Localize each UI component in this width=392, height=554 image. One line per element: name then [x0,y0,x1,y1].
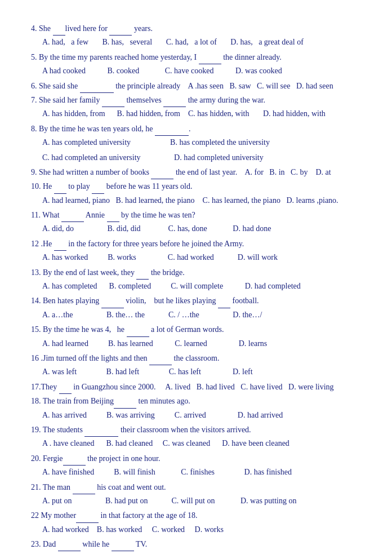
q22-options: A. had worked B. has worked C. worked D.… [42,524,361,536]
q20-options: A. have finished B. will finish C. finis… [42,466,361,478]
q23-options-1: A .fell asleep…watch B. was falling asle… [42,552,361,554]
question-10: 10. He to play before he was 11 years ol… [31,180,361,207]
q13-text: 13. By the end of last week, they the br… [31,267,361,280]
q8-options-1: A. has completed university B. has compl… [42,136,361,149]
q15-text: 15. By the time he was 4, he a lot of Ge… [31,323,361,336]
q18-options: A. has arrived B. was arriving C. arrive… [42,409,361,422]
question-12: 12 .He in the factory for three years be… [31,238,361,264]
q14-options: A. a…the B. the… the C. / …the D. the…/ [42,309,361,321]
question-14: 14. Ben hates playing violin, but he lik… [31,295,361,321]
question-16: 16 .Jim turned off the lights and then t… [31,352,361,379]
q12-text: 12 .He in the factory for three years be… [31,238,361,251]
question-19: 19. The students their classroom when th… [31,424,361,450]
q10-options: A. had learned, piano B. had learned, th… [42,194,361,207]
question-17: 17.They in Guangzhou since 2000. A. live… [31,381,361,394]
q4-text: 4. She lived here for years. [31,23,361,36]
q7-text: 7. She said her family themselves the ar… [31,94,361,107]
q21-options: A. put on B. had put on C. will put on D… [42,495,361,507]
q19-options: A . have cleaned B. had cleaned C. was c… [42,437,361,450]
question-6: 6. She said she the principle already A … [31,80,361,93]
q16-options: A. was left B. had left C. has left D. l… [42,366,361,378]
question-9: 9. She had written a number of books the… [31,166,361,179]
q14-text: 14. Ben hates playing violin, but he lik… [31,295,361,308]
q16-text: 16 .Jim turned off the lights and then t… [31,352,361,365]
question-20: 20. Fergie the project in one hour. A. h… [31,453,361,479]
q13-options: A. has completed B. completed C. will co… [42,280,361,292]
q17-text: 17.They in Guangzhou since 2000. A. live… [31,381,361,394]
q5-text: 5. By the time my parents reached home y… [31,51,361,64]
content: 4. She lived here for years. A. had, a f… [31,23,361,554]
q8-text: 8. By the time he was ten years old, he … [31,123,361,136]
q22-text: 22 My mother in that factory at the age … [31,509,361,522]
question-22: 22 My mother in that factory at the age … [31,509,361,536]
q7-options: A. has hidden, from B. had hidden, from … [42,108,361,120]
q23-text: 23. Dad while he TV. [31,538,361,551]
q9-text: 9. She had written a number of books the… [31,166,361,179]
q15-options: A. had learned B. has learned C. learned… [42,338,361,350]
q10-text: 10. He to play before he was 11 years ol… [31,180,361,193]
q12-options: A. has worked B. works C. had worked D. … [42,251,361,264]
question-11: 11. What Annie by the time he was ten? A… [31,209,361,236]
question-4: 4. She lived here for years. A. had, a f… [31,23,361,49]
question-5: 5. By the time my parents reached home y… [31,51,361,78]
q6-text: 6. She said she the principle already A … [31,80,361,93]
question-8: 8. By the time he was ten years old, he … [31,123,361,164]
q18-text: 18. The train from Beijing ten minutes a… [31,395,361,408]
q11-text: 11. What Annie by the time he was ten? [31,209,361,222]
q5-options: A had cooked B. cooked C. have cooked D.… [42,65,361,77]
q19-text: 19. The students their classroom when th… [31,424,361,437]
question-23: 23. Dad while he TV. A .fell asleep…watc… [31,538,361,554]
question-13: 13. By the end of last week, they the br… [31,267,361,293]
question-21: 21. The man his coat and went out. A. pu… [31,481,361,508]
question-18: 18. The train from Beijing ten minutes a… [31,395,361,422]
q11-options: A. did, do B. did, did C. has, done D. h… [42,223,361,235]
question-7: 7. She said her family themselves the ar… [31,94,361,121]
q4-options: A. had, a few B. has, several C. had, a … [42,36,361,48]
question-15: 15. By the time he was 4, he a lot of Ge… [31,323,361,350]
q20-text: 20. Fergie the project in one hour. [31,453,361,466]
q8-options-2: C. had completed an university D. had co… [42,152,361,164]
q21-text: 21. The man his coat and went out. [31,481,361,494]
